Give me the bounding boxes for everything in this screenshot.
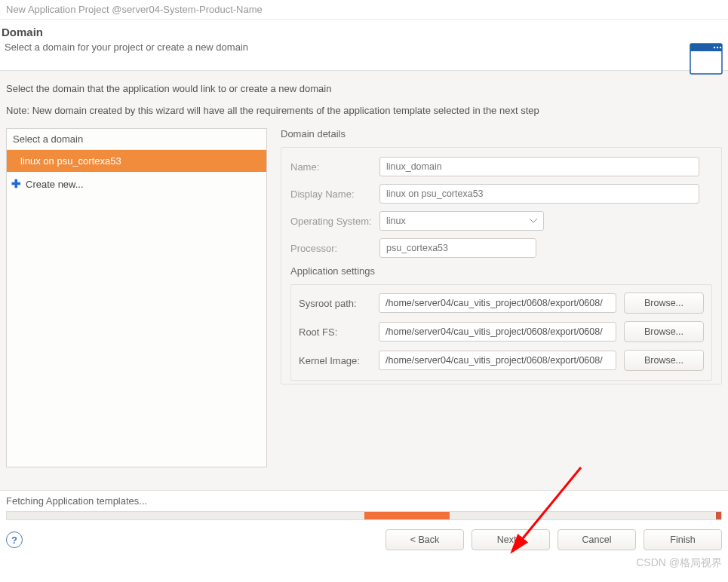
name-label: Name: [290,161,379,173]
os-select[interactable]: linux [379,211,544,231]
watermark: CSDN @格局视界 [636,556,722,570]
create-new-label: Create new... [26,179,84,190]
next-button[interactable]: Next > [472,529,550,550]
rootfs-field[interactable] [379,322,616,342]
back-button[interactable]: < Back [386,529,464,550]
os-value: linux [386,216,406,226]
processor-field[interactable] [379,238,536,258]
app-settings-group: Sysroot path: Browse... Root FS: Browse.… [290,284,712,381]
processor-label: Processor: [290,243,379,254]
page-subheading: Select a domain for your project or crea… [0,38,720,53]
kernel-field[interactable] [379,351,616,370]
domain-listbox: Select a domain linux on psu_cortexa53 ✚… [6,128,267,467]
domain-list-header: Select a domain [7,129,266,150]
rootfs-label: Root FS: [299,326,371,338]
sysroot-browse-button[interactable]: Browse... [624,293,704,314]
name-field[interactable] [379,157,699,176]
window-title: New Application Project @server04-System… [0,0,728,20]
svg-point-3 [717,47,718,48]
rootfs-browse-button[interactable]: Browse... [624,321,704,342]
kernel-label: Kernel Image: [299,355,371,366]
kernel-browse-button[interactable]: Browse... [624,350,704,371]
create-new-domain[interactable]: ✚ Create new... [7,172,266,196]
note-text: Note: New domain created by this wizard … [6,105,722,116]
sysroot-label: Sysroot path: [299,298,371,309]
domain-item-selected[interactable]: linux on psu_cortexa53 [7,150,266,172]
banner: Domain Select a domain for your project … [0,20,728,70]
progress-fill [364,512,450,519]
body-area: Select the domain that the application w… [0,70,728,491]
app-settings-legend: Application settings [290,265,712,277]
cancel-button[interactable]: Cancel [558,529,636,550]
footer: ? < Back Next > Cancel Finish [0,520,728,550]
svg-point-4 [720,47,721,48]
page-heading: Domain [0,26,720,38]
os-label: Operating System: [290,216,379,227]
help-button[interactable]: ? [6,531,23,548]
plus-icon: ✚ [11,177,21,191]
progress-end [716,512,721,519]
display-name-label: Display Name: [290,188,379,200]
domain-details-group: Name: Display Name: Operating System: li… [281,147,722,384]
domain-details-label: Domain details [281,128,722,139]
progress-bar [6,511,722,520]
intro-text: Select the domain that the application w… [6,83,722,94]
svg-point-2 [714,47,715,48]
finish-button[interactable]: Finish [644,529,722,550]
window-icon [689,42,723,75]
sysroot-field[interactable] [379,293,616,313]
chevron-down-icon [530,219,537,223]
status-text: Fetching Application templates... [0,491,728,507]
display-name-field[interactable] [379,184,699,204]
